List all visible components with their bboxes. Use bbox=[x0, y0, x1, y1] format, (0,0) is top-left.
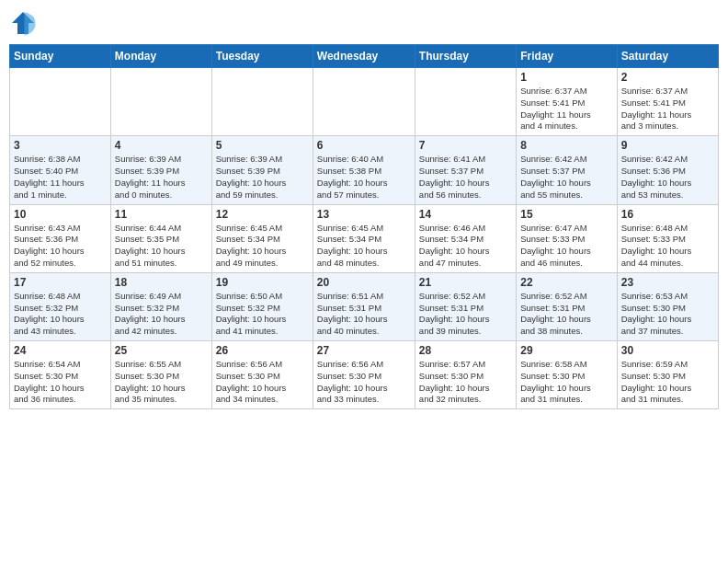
day-number: 7 bbox=[419, 139, 512, 152]
cell-info: Sunrise: 6:46 AMSunset: 5:34 PMDaylight:… bbox=[419, 223, 512, 270]
cell-info: Sunrise: 6:39 AMSunset: 5:39 PMDaylight:… bbox=[115, 154, 208, 201]
cell-info: Sunrise: 6:51 AMSunset: 5:31 PMDaylight:… bbox=[317, 291, 411, 338]
day-number: 27 bbox=[317, 344, 411, 357]
calendar-cell: 28Sunrise: 6:57 AMSunset: 5:30 PMDayligh… bbox=[415, 341, 516, 409]
week-row-4: 17Sunrise: 6:48 AMSunset: 5:32 PMDayligh… bbox=[10, 272, 719, 340]
cell-info: Sunrise: 6:59 AMSunset: 5:30 PMDaylight:… bbox=[621, 359, 714, 406]
cell-info: Sunrise: 6:43 AMSunset: 5:36 PMDaylight:… bbox=[14, 223, 107, 270]
weekday-header-wednesday: Wednesday bbox=[313, 45, 415, 68]
day-number: 20 bbox=[317, 276, 411, 289]
day-number: 8 bbox=[520, 139, 612, 152]
cell-info: Sunrise: 6:50 AMSunset: 5:32 PMDaylight:… bbox=[216, 291, 309, 338]
calendar-cell: 21Sunrise: 6:52 AMSunset: 5:31 PMDayligh… bbox=[415, 272, 516, 340]
cell-info: Sunrise: 6:37 AMSunset: 5:41 PMDaylight:… bbox=[520, 86, 612, 132]
calendar-cell: 23Sunrise: 6:53 AMSunset: 5:30 PMDayligh… bbox=[617, 272, 718, 340]
calendar-cell: 14Sunrise: 6:46 AMSunset: 5:34 PMDayligh… bbox=[415, 204, 516, 272]
calendar-cell: 16Sunrise: 6:48 AMSunset: 5:33 PMDayligh… bbox=[617, 204, 718, 272]
day-number: 3 bbox=[14, 139, 107, 152]
calendar-cell: 20Sunrise: 6:51 AMSunset: 5:31 PMDayligh… bbox=[313, 272, 415, 340]
logo bbox=[9, 9, 39, 37]
calendar-cell: 24Sunrise: 6:54 AMSunset: 5:30 PMDayligh… bbox=[10, 341, 111, 409]
cell-info: Sunrise: 6:40 AMSunset: 5:38 PMDaylight:… bbox=[317, 154, 411, 201]
day-number: 26 bbox=[216, 344, 309, 357]
calendar-cell: 9Sunrise: 6:42 AMSunset: 5:36 PMDaylight… bbox=[617, 136, 718, 204]
calendar-cell: 27Sunrise: 6:56 AMSunset: 5:30 PMDayligh… bbox=[313, 341, 415, 409]
week-row-1: 1Sunrise: 6:37 AMSunset: 5:41 PMDaylight… bbox=[10, 68, 719, 136]
cell-info: Sunrise: 6:45 AMSunset: 5:34 PMDaylight:… bbox=[216, 223, 309, 270]
weekday-header-thursday: Thursday bbox=[415, 45, 516, 68]
cell-info: Sunrise: 6:53 AMSunset: 5:30 PMDaylight:… bbox=[621, 291, 714, 338]
cell-info: Sunrise: 6:49 AMSunset: 5:32 PMDaylight:… bbox=[115, 291, 208, 338]
day-number: 14 bbox=[419, 208, 512, 221]
cell-info: Sunrise: 6:37 AMSunset: 5:41 PMDaylight:… bbox=[621, 86, 714, 132]
day-number: 2 bbox=[621, 71, 714, 84]
cell-info: Sunrise: 6:39 AMSunset: 5:39 PMDaylight:… bbox=[216, 154, 309, 201]
day-number: 10 bbox=[14, 208, 107, 221]
cell-info: Sunrise: 6:56 AMSunset: 5:30 PMDaylight:… bbox=[317, 359, 411, 406]
weekday-header-monday: Monday bbox=[110, 45, 211, 68]
day-number: 6 bbox=[317, 139, 411, 152]
cell-info: Sunrise: 6:58 AMSunset: 5:30 PMDaylight:… bbox=[520, 359, 612, 406]
calendar-cell bbox=[415, 68, 516, 136]
page: SundayMondayTuesdayWednesdayThursdayFrid… bbox=[0, 0, 728, 563]
calendar: SundayMondayTuesdayWednesdayThursdayFrid… bbox=[9, 44, 719, 409]
calendar-cell: 18Sunrise: 6:49 AMSunset: 5:32 PMDayligh… bbox=[110, 272, 211, 340]
cell-info: Sunrise: 6:56 AMSunset: 5:30 PMDaylight:… bbox=[216, 359, 309, 406]
week-row-5: 24Sunrise: 6:54 AMSunset: 5:30 PMDayligh… bbox=[10, 341, 719, 409]
day-number: 23 bbox=[621, 276, 714, 289]
cell-info: Sunrise: 6:47 AMSunset: 5:33 PMDaylight:… bbox=[520, 223, 612, 270]
day-number: 25 bbox=[115, 344, 208, 357]
day-number: 9 bbox=[621, 139, 714, 152]
calendar-cell: 17Sunrise: 6:48 AMSunset: 5:32 PMDayligh… bbox=[10, 272, 111, 340]
calendar-cell: 25Sunrise: 6:55 AMSunset: 5:30 PMDayligh… bbox=[110, 341, 211, 409]
day-number: 16 bbox=[621, 208, 714, 221]
calendar-cell bbox=[313, 68, 415, 136]
day-number: 28 bbox=[419, 344, 512, 357]
calendar-cell: 29Sunrise: 6:58 AMSunset: 5:30 PMDayligh… bbox=[517, 341, 617, 409]
calendar-cell: 2Sunrise: 6:37 AMSunset: 5:41 PMDaylight… bbox=[617, 68, 718, 136]
day-number: 5 bbox=[216, 139, 309, 152]
day-number: 17 bbox=[14, 276, 107, 289]
day-number: 4 bbox=[115, 139, 208, 152]
cell-info: Sunrise: 6:38 AMSunset: 5:40 PMDaylight:… bbox=[14, 154, 107, 201]
calendar-cell bbox=[10, 68, 111, 136]
cell-info: Sunrise: 6:57 AMSunset: 5:30 PMDaylight:… bbox=[419, 359, 512, 406]
weekday-header-sunday: Sunday bbox=[10, 45, 111, 68]
header bbox=[9, 9, 719, 37]
day-number: 19 bbox=[216, 276, 309, 289]
cell-info: Sunrise: 6:48 AMSunset: 5:32 PMDaylight:… bbox=[14, 291, 107, 338]
calendar-cell: 5Sunrise: 6:39 AMSunset: 5:39 PMDaylight… bbox=[211, 136, 313, 204]
weekday-header-row: SundayMondayTuesdayWednesdayThursdayFrid… bbox=[10, 45, 719, 68]
day-number: 24 bbox=[14, 344, 107, 357]
calendar-cell: 7Sunrise: 6:41 AMSunset: 5:37 PMDaylight… bbox=[415, 136, 516, 204]
weekday-header-tuesday: Tuesday bbox=[211, 45, 313, 68]
cell-info: Sunrise: 6:45 AMSunset: 5:34 PMDaylight:… bbox=[317, 223, 411, 270]
day-number: 22 bbox=[520, 276, 612, 289]
calendar-cell: 12Sunrise: 6:45 AMSunset: 5:34 PMDayligh… bbox=[211, 204, 313, 272]
day-number: 15 bbox=[520, 208, 612, 221]
cell-info: Sunrise: 6:52 AMSunset: 5:31 PMDaylight:… bbox=[520, 291, 612, 338]
calendar-cell: 1Sunrise: 6:37 AMSunset: 5:41 PMDaylight… bbox=[517, 68, 617, 136]
calendar-cell: 22Sunrise: 6:52 AMSunset: 5:31 PMDayligh… bbox=[517, 272, 617, 340]
cell-info: Sunrise: 6:44 AMSunset: 5:35 PMDaylight:… bbox=[115, 223, 208, 270]
calendar-cell: 15Sunrise: 6:47 AMSunset: 5:33 PMDayligh… bbox=[517, 204, 617, 272]
cell-info: Sunrise: 6:41 AMSunset: 5:37 PMDaylight:… bbox=[419, 154, 512, 201]
week-row-3: 10Sunrise: 6:43 AMSunset: 5:36 PMDayligh… bbox=[10, 204, 719, 272]
week-row-2: 3Sunrise: 6:38 AMSunset: 5:40 PMDaylight… bbox=[10, 136, 719, 204]
cell-info: Sunrise: 6:42 AMSunset: 5:36 PMDaylight:… bbox=[621, 154, 714, 201]
cell-info: Sunrise: 6:42 AMSunset: 5:37 PMDaylight:… bbox=[520, 154, 612, 201]
calendar-cell: 11Sunrise: 6:44 AMSunset: 5:35 PMDayligh… bbox=[110, 204, 211, 272]
weekday-header-friday: Friday bbox=[517, 45, 617, 68]
day-number: 13 bbox=[317, 208, 411, 221]
calendar-cell: 19Sunrise: 6:50 AMSunset: 5:32 PMDayligh… bbox=[211, 272, 313, 340]
calendar-cell bbox=[211, 68, 313, 136]
calendar-cell: 26Sunrise: 6:56 AMSunset: 5:30 PMDayligh… bbox=[211, 341, 313, 409]
calendar-cell: 8Sunrise: 6:42 AMSunset: 5:37 PMDaylight… bbox=[517, 136, 617, 204]
day-number: 1 bbox=[520, 71, 612, 84]
day-number: 18 bbox=[115, 276, 208, 289]
calendar-cell: 3Sunrise: 6:38 AMSunset: 5:40 PMDaylight… bbox=[10, 136, 111, 204]
cell-info: Sunrise: 6:48 AMSunset: 5:33 PMDaylight:… bbox=[621, 223, 714, 270]
calendar-cell: 6Sunrise: 6:40 AMSunset: 5:38 PMDaylight… bbox=[313, 136, 415, 204]
calendar-cell bbox=[110, 68, 211, 136]
logo-icon bbox=[9, 9, 37, 37]
